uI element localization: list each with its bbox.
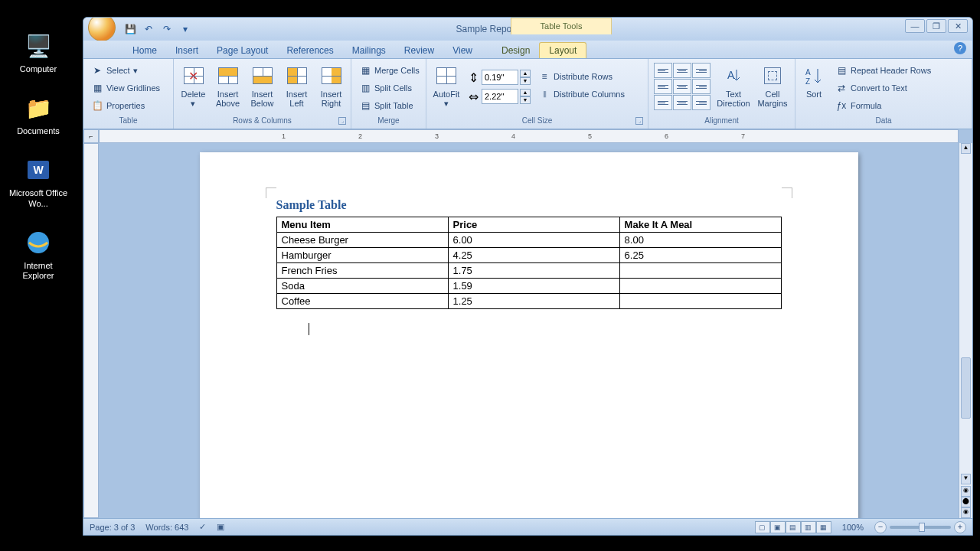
split-cells-button[interactable]: ▥Split Cells: [356, 80, 423, 96]
table-row[interactable]: Soda1.59: [276, 279, 781, 294]
tab-page-layout[interactable]: Page Layout: [207, 43, 277, 58]
repeat-header-button[interactable]: ▤Repeat Header Rows: [832, 62, 934, 79]
tab-view[interactable]: View: [443, 43, 482, 58]
select-button[interactable]: ➤Select ▾: [88, 62, 163, 79]
row-height-input[interactable]: [482, 70, 518, 85]
macro-icon[interactable]: ▣: [217, 522, 224, 532]
cell-size-launcher[interactable]: ⌟: [635, 117, 643, 125]
table-header-row[interactable]: Menu Item Price Make It A Meal: [276, 217, 781, 233]
zoom-slider[interactable]: [890, 526, 951, 529]
scroll-down[interactable]: ▼: [961, 474, 971, 484]
help-button[interactable]: ?: [954, 42, 966, 54]
tab-review[interactable]: Review: [395, 43, 443, 58]
row-height-icon: ⇕: [466, 70, 480, 84]
ruler-corner[interactable]: ⌐: [83, 129, 99, 143]
page-scroll[interactable]: Sample Table Menu Item Price Make It A M…: [99, 143, 959, 518]
sort-button[interactable]: AZ Sort: [799, 60, 829, 116]
zoom-level[interactable]: 100%: [842, 523, 864, 532]
insert-above-button[interactable]: Insert Above: [211, 60, 244, 116]
proofing-icon[interactable]: ✓: [199, 522, 206, 532]
save-button[interactable]: 💾: [123, 22, 137, 36]
word-count[interactable]: Words: 643: [145, 523, 188, 532]
align-br[interactable]: [692, 95, 710, 110]
minimize-button[interactable]: —: [905, 19, 925, 33]
distribute-cols-button[interactable]: ⦀Distribute Columns: [535, 86, 628, 103]
align-tr[interactable]: [692, 63, 710, 78]
desktop-icon-documents[interactable]: 📁 Documents: [8, 93, 69, 136]
table-row[interactable]: Coffee1.25: [276, 294, 781, 309]
split-table-button[interactable]: ▤Split Table: [356, 97, 423, 114]
tab-references[interactable]: References: [277, 43, 342, 58]
desktop-icon-ie[interactable]: Internet Explorer: [8, 227, 69, 281]
formula-button[interactable]: ƒxFormula: [832, 97, 934, 114]
prev-page[interactable]: ◉: [961, 486, 971, 497]
next-page[interactable]: ◉: [961, 507, 971, 518]
cell-margins-button[interactable]: Cell Margins: [754, 60, 791, 116]
height-up[interactable]: ▲: [520, 70, 531, 77]
rows-cols-launcher[interactable]: ⌟: [338, 117, 346, 125]
autofit-button[interactable]: AutoFit▾: [430, 60, 463, 116]
tab-design[interactable]: Design: [492, 43, 539, 58]
desktop-icon-word[interactable]: W Microsoft Office Wo...: [8, 155, 69, 208]
vertical-scrollbar[interactable]: ▲ ▼ ◉ ⬤ ◉: [959, 143, 972, 518]
context-tab-header: Table Tools: [511, 18, 612, 34]
align-tl[interactable]: [654, 63, 672, 78]
folder-icon: 📁: [23, 93, 54, 123]
width-up[interactable]: ▲: [520, 89, 531, 96]
merge-cells-button[interactable]: ▦Merge Cells: [356, 62, 423, 79]
view-draft[interactable]: ▦: [816, 521, 831, 533]
scroll-up[interactable]: ▲: [961, 143, 971, 154]
maximize-button[interactable]: ❐: [926, 19, 946, 33]
redo-button[interactable]: ↷: [160, 22, 174, 36]
qat-dropdown[interactable]: ▾: [178, 22, 192, 36]
align-mc[interactable]: [673, 79, 691, 94]
view-full-screen[interactable]: ▣: [770, 521, 786, 533]
align-ml[interactable]: [654, 79, 672, 94]
header-menu-item[interactable]: Menu Item: [276, 217, 448, 233]
header-meal[interactable]: Make It A Meal: [619, 217, 781, 233]
height-down[interactable]: ▼: [520, 77, 531, 85]
zoom-in[interactable]: +: [954, 521, 966, 533]
tab-home[interactable]: Home: [123, 43, 166, 58]
page-status[interactable]: Page: 3 of 3: [90, 523, 135, 532]
col-width-input[interactable]: [482, 89, 518, 104]
scroll-thumb[interactable]: [961, 357, 971, 419]
text-direction-button[interactable]: A Text Direction: [714, 60, 753, 116]
insert-left-button[interactable]: Insert Left: [280, 60, 313, 116]
header-price[interactable]: Price: [448, 217, 619, 233]
sample-table[interactable]: Menu Item Price Make It A Meal Cheese Bu…: [276, 217, 782, 309]
convert-text-button[interactable]: ⇄Convert to Text: [832, 80, 934, 96]
align-bl[interactable]: [654, 95, 672, 110]
zoom-thumb[interactable]: [919, 523, 925, 532]
close-button[interactable]: ✕: [948, 19, 968, 33]
tab-mailings[interactable]: Mailings: [343, 43, 395, 58]
tab-insert[interactable]: Insert: [166, 43, 207, 58]
zoom-out[interactable]: −: [874, 521, 887, 533]
table-row[interactable]: Cheese Burger6.008.00: [276, 233, 781, 248]
table-row[interactable]: Hamburger4.256.25: [276, 248, 781, 263]
insert-below-button[interactable]: Insert Below: [246, 60, 279, 116]
distribute-rows-button[interactable]: ≡Distribute Rows: [535, 68, 628, 85]
ruler-horizontal[interactable]: 1 2 3 4 5 6 7: [99, 129, 959, 143]
align-bc[interactable]: [673, 95, 691, 110]
insert-right-button[interactable]: Insert Right: [315, 60, 348, 116]
table-row[interactable]: French Fries1.75: [276, 263, 781, 279]
tab-layout[interactable]: Layout: [539, 42, 586, 58]
delete-button[interactable]: ✕ Delete▾: [177, 60, 210, 116]
align-tc[interactable]: [673, 63, 691, 78]
undo-button[interactable]: ↶: [142, 22, 155, 36]
titlebar: 💾 ↶ ↷ ▾ Sample Report 08 - Microsoft Wor…: [83, 18, 972, 41]
view-print-layout[interactable]: ▢: [755, 521, 770, 533]
office-button[interactable]: [88, 17, 116, 41]
desktop-icon-computer[interactable]: 🖥️ Computer: [8, 31, 69, 74]
browse-object[interactable]: ⬤: [961, 497, 971, 507]
document-heading[interactable]: Sample Table: [276, 198, 782, 212]
view-outline[interactable]: ▥: [801, 521, 816, 533]
properties-button[interactable]: 📋Properties: [88, 97, 163, 114]
align-mr[interactable]: [692, 79, 710, 94]
page[interactable]: Sample Table Menu Item Price Make It A M…: [200, 152, 858, 518]
ruler-vertical[interactable]: [83, 143, 99, 518]
view-web[interactable]: ▤: [786, 521, 801, 533]
view-gridlines-button[interactable]: ▦View Gridlines: [88, 80, 163, 96]
width-down[interactable]: ▼: [520, 96, 531, 104]
